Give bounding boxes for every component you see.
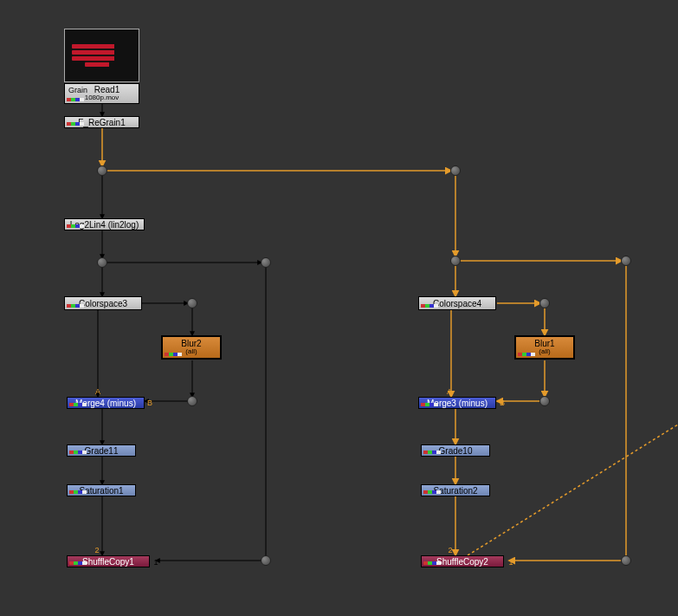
dot-node[interactable] — [621, 555, 631, 566]
dot-node[interactable] — [621, 256, 631, 266]
node-merge3[interactable]: Merge3 (minus) — [418, 397, 496, 409]
port-label-1: 1 — [508, 558, 513, 567]
node-grade11[interactable]: Grade11 — [67, 444, 136, 457]
dot-node[interactable] — [450, 256, 461, 266]
node-colorspace4[interactable]: Colorspace4 — [418, 296, 496, 310]
dot-node[interactable] — [539, 298, 550, 308]
node-colorspace3[interactable]: Colorspace3 — [64, 296, 142, 310]
channel-chip — [518, 353, 535, 357]
channel-chip — [69, 403, 87, 407]
port-label-b: B — [500, 399, 505, 407]
channel-chip — [423, 561, 441, 566]
channel-chip — [165, 353, 182, 357]
read-thumbnail[interactable] — [64, 29, 139, 82]
port-label-b: B — [147, 399, 152, 407]
port-label-2: 2 — [448, 546, 452, 554]
dot-node[interactable] — [261, 257, 271, 268]
node-read1[interactable]: Grain Read1 1080p.mov — [64, 83, 139, 104]
dot-node[interactable] — [97, 165, 107, 176]
node-grade10[interactable]: Grade10 — [421, 444, 490, 457]
dot-node[interactable] — [187, 396, 197, 406]
channel-chip — [69, 490, 87, 495]
node-log2lin[interactable]: Log2Lin4 (lin2log) — [64, 218, 145, 230]
dot-node[interactable] — [450, 165, 461, 176]
dot-node[interactable] — [187, 298, 197, 308]
node-shufflecopy2[interactable]: ShuffleCopy2 — [421, 555, 504, 567]
node-saturation1[interactable]: Saturation1 — [67, 484, 136, 496]
channel-chip — [423, 490, 441, 495]
dot-node[interactable] — [97, 257, 107, 268]
channel-chip — [421, 403, 438, 407]
dot-node[interactable] — [261, 555, 271, 566]
dot-node[interactable] — [539, 396, 550, 406]
channel-chip — [69, 451, 87, 455]
port-label-a: A — [447, 387, 452, 396]
node-merge4[interactable]: Merge4 (minus) — [67, 397, 145, 409]
node-shufflecopy1[interactable]: ShuffleCopy1 — [67, 555, 150, 567]
channel-chip — [67, 304, 84, 308]
node-saturation2[interactable]: Saturation2 — [421, 484, 490, 496]
port-label-2: 2 — [94, 546, 99, 554]
node-regrain[interactable]: F_ReGrain1 — [64, 116, 139, 128]
channel-chip — [67, 98, 84, 102]
port-label-1: 1 — [153, 558, 158, 567]
channel-chip — [421, 304, 438, 308]
node-blur1[interactable]: Blur1 (all) — [514, 335, 575, 360]
channel-chip — [423, 451, 441, 455]
channel-chip — [67, 122, 84, 126]
node-blur2[interactable]: Blur2 (all) — [161, 335, 222, 360]
channel-chip — [69, 561, 87, 566]
port-label-a: A — [95, 387, 100, 396]
channel-chip — [67, 224, 84, 229]
